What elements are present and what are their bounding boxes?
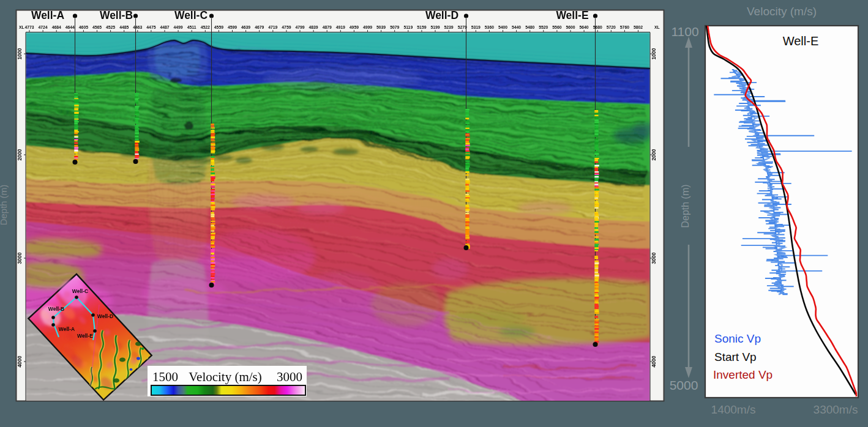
svg-text:Well-D: Well-D — [97, 313, 113, 319]
svg-text:Well-A: Well-A — [31, 9, 64, 21]
svg-text:5760: 5760 — [620, 25, 629, 29]
svg-text:4487: 4487 — [160, 25, 169, 29]
svg-text:4559: 4559 — [214, 25, 223, 29]
svg-text:1100: 1100 — [671, 24, 698, 39]
svg-text:5400: 5400 — [498, 25, 507, 29]
svg-text:4599: 4599 — [228, 25, 237, 29]
svg-text:5802: 5802 — [634, 25, 643, 29]
svg-text:5000: 5000 — [670, 378, 698, 392]
svg-text:5440: 5440 — [512, 25, 521, 29]
svg-text:Well-E: Well-E — [783, 34, 819, 48]
svg-text:Velocity (m/s): Velocity (m/s) — [189, 369, 262, 384]
svg-text:1400m/s: 1400m/s — [711, 403, 756, 416]
svg-text:Well-E: Well-E — [556, 9, 588, 21]
svg-text:4839: 4839 — [309, 25, 318, 29]
svg-text:5079: 5079 — [390, 25, 399, 29]
svg-text:5520: 5520 — [539, 25, 548, 29]
svg-text:5279: 5279 — [458, 25, 467, 29]
svg-text:2000: 2000 — [17, 149, 23, 160]
svg-text:5360: 5360 — [485, 25, 494, 29]
svg-text:4475: 4475 — [146, 25, 155, 29]
svg-text:5640: 5640 — [580, 25, 589, 29]
svg-text:4485: 4485 — [119, 25, 129, 29]
svg-text:XL: XL — [19, 25, 24, 29]
svg-text:3000: 3000 — [277, 369, 302, 384]
svg-text:4719: 4719 — [268, 25, 277, 29]
svg-text:5720: 5720 — [607, 25, 616, 29]
svg-text:5600: 5600 — [566, 25, 575, 29]
svg-text:Depth (m): Depth (m) — [0, 185, 9, 226]
svg-text:4522: 4522 — [201, 25, 210, 29]
svg-text:Well-B: Well-B — [100, 9, 133, 21]
svg-text:Well-C: Well-C — [72, 288, 88, 294]
svg-text:4879: 4879 — [323, 25, 332, 29]
svg-text:1000: 1000 — [17, 48, 23, 59]
svg-text:5480: 5480 — [525, 25, 534, 29]
svg-text:XL: XL — [654, 25, 660, 29]
svg-text:4639: 4639 — [241, 25, 250, 29]
svg-text:Sonic Vp: Sonic Vp — [714, 332, 761, 345]
svg-text:Start Vp: Start Vp — [714, 351, 757, 363]
svg-text:4759: 4759 — [282, 25, 291, 29]
svg-text:3300m/s: 3300m/s — [814, 403, 858, 416]
svg-text:4799: 4799 — [295, 25, 304, 29]
svg-text:4773: 4773 — [24, 25, 34, 29]
svg-text:4684: 4684 — [52, 25, 61, 29]
svg-text:4463: 4463 — [133, 25, 142, 29]
svg-text:Depth (m): Depth (m) — [680, 184, 690, 228]
svg-text:4499: 4499 — [174, 25, 183, 29]
svg-text:4959: 4959 — [350, 25, 359, 29]
svg-text:Well-B: Well-B — [48, 306, 64, 312]
svg-text:Well-D: Well-D — [425, 9, 458, 21]
svg-text:5560: 5560 — [552, 25, 561, 29]
svg-text:5319: 5319 — [471, 25, 481, 29]
svg-text:Well-C: Well-C — [174, 9, 208, 21]
svg-text:4605: 4605 — [79, 25, 88, 29]
svg-text:Velocity (m/s): Velocity (m/s) — [747, 5, 817, 18]
svg-text:3000: 3000 — [17, 252, 23, 264]
svg-text:5119: 5119 — [403, 25, 413, 29]
svg-text:4000: 4000 — [17, 355, 23, 367]
svg-text:5680: 5680 — [593, 25, 602, 29]
svg-text:4525: 4525 — [106, 25, 115, 29]
svg-text:5159: 5159 — [417, 25, 426, 29]
svg-text:4644: 4644 — [65, 25, 75, 29]
svg-text:4511: 4511 — [187, 25, 196, 29]
svg-text:4565: 4565 — [92, 25, 102, 29]
svg-text:4724: 4724 — [39, 25, 48, 29]
svg-text:Inverted Vp: Inverted Vp — [713, 368, 773, 381]
svg-text:4999: 4999 — [363, 25, 372, 29]
svg-text:Well-A: Well-A — [59, 326, 75, 332]
svg-text:4679: 4679 — [255, 25, 264, 29]
svg-text:Well-E: Well-E — [77, 333, 93, 339]
svg-text:5199: 5199 — [430, 25, 440, 29]
svg-text:5039: 5039 — [376, 25, 386, 29]
svg-text:1500: 1500 — [152, 369, 178, 384]
svg-text:4919: 4919 — [336, 25, 345, 29]
svg-text:5239: 5239 — [444, 25, 454, 29]
